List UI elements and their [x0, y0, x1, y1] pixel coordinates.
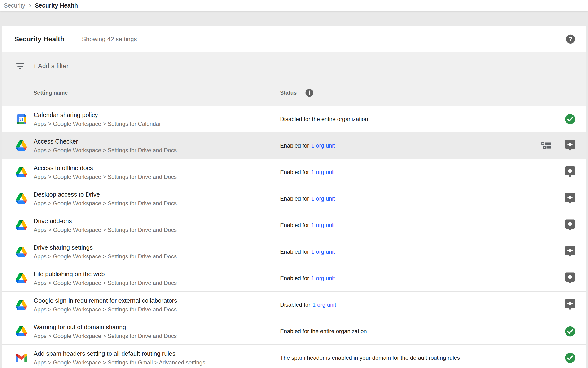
setting-name: Add spam headers setting to all default … — [34, 349, 205, 358]
status-column-label: Status — [280, 90, 297, 96]
filter-list-icon — [16, 63, 24, 70]
setting-name: Access Checker — [34, 137, 177, 146]
status-text: Enabled for — [280, 222, 309, 229]
setting-cell: Drive sharing settings Apps > Google Wor… — [34, 243, 177, 260]
setting-path: Apps > Google Workspace > Settings for C… — [34, 120, 161, 128]
status-text: Enabled for — [280, 195, 309, 202]
ou-distribution-icon — [541, 142, 551, 149]
row-trailing-cell — [565, 114, 575, 124]
setting-cell: Add spam headers setting to all default … — [34, 349, 205, 366]
table-header-row: Setting name Status — [2, 80, 586, 106]
setting-cell: Warning for out of domain sharing Apps >… — [34, 323, 177, 340]
status-cell: Enabled for 1 org unit — [280, 142, 335, 149]
recommendation-icon[interactable] — [565, 140, 575, 152]
setting-name: Desktop access to Drive — [34, 190, 177, 199]
setting-cell: Drive add-ons Apps > Google Workspace > … — [34, 217, 177, 234]
org-unit-link[interactable]: 1 org unit — [311, 169, 335, 175]
row-trailing-cell — [565, 272, 575, 284]
setting-path: Apps > Google Workspace > Settings for G… — [34, 359, 205, 366]
app-icon-cell: 31 — [15, 113, 27, 125]
app-icon-cell: 31 — [15, 166, 27, 178]
app-icon-cell: 31 — [15, 272, 27, 284]
setting-path: Apps > Google Workspace > Settings for D… — [34, 332, 177, 340]
table-row[interactable]: 31 Drive sharing settings — [2, 239, 586, 265]
status-ok-icon — [565, 352, 575, 363]
row-trailing-cell — [565, 326, 575, 337]
filter-and-header-zone: + Add a filter Setting name Status — [2, 52, 586, 106]
app-icon-cell: 31 — [15, 352, 27, 364]
google-drive-icon — [16, 140, 27, 151]
status-text: Enabled for the entire organization — [280, 328, 367, 335]
table-row[interactable]: 31 Access to offline docs — [2, 159, 586, 185]
setting-path: Apps > Google Workspace > Settings for D… — [34, 306, 177, 313]
help-icon: ? — [566, 34, 575, 44]
row-trailing-cell — [565, 140, 575, 152]
title-divider — [73, 35, 73, 43]
table-row[interactable]: 31 Access Checker Ap — [2, 132, 586, 159]
google-drive-icon — [16, 273, 27, 283]
status-cell: Enabled for 1 org unit — [280, 248, 335, 255]
status-text: Enabled for — [280, 248, 309, 255]
status-cell: Enabled for 1 org unit — [280, 222, 335, 229]
org-unit-link[interactable]: 1 org unit — [311, 195, 335, 202]
setting-path: Apps > Google Workspace > Settings for D… — [34, 226, 177, 234]
setting-path: Apps > Google Workspace > Settings for D… — [34, 147, 177, 154]
setting-path: Apps > Google Workspace > Settings for D… — [34, 279, 177, 287]
recommendation-icon[interactable] — [565, 246, 575, 258]
status-cell: Enabled for 1 org unit — [280, 275, 335, 282]
table-row[interactable]: 31 Calendar sharing policy — [2, 106, 586, 132]
google-drive-icon — [16, 220, 27, 230]
add-filter-button[interactable]: + Add a filter — [33, 63, 69, 70]
status-ok-icon — [565, 326, 575, 337]
setting-name: Access to offline docs — [34, 164, 177, 172]
status-ok-icon — [565, 114, 575, 124]
column-header-setting-name: Setting name — [34, 90, 68, 96]
help-button[interactable]: ? — [566, 34, 575, 44]
app-icon-cell: 31 — [15, 246, 27, 258]
info-icon[interactable] — [305, 89, 314, 97]
org-unit-link[interactable]: 1 org unit — [311, 142, 335, 149]
page-title: Security Health — [14, 35, 64, 43]
app-icon-cell: 31 — [15, 219, 27, 231]
recommendation-icon[interactable] — [565, 219, 575, 231]
google-drive-icon — [16, 167, 27, 177]
status-text: Enabled for — [280, 275, 309, 282]
setting-cell: Google sign-in requirement for external … — [34, 296, 177, 313]
google-drive-icon — [16, 193, 27, 204]
status-cell: Enabled for the entire organization — [280, 328, 367, 335]
org-unit-link[interactable]: 1 org unit — [311, 222, 335, 229]
status-cell: Disabled for 1 org unit — [280, 302, 336, 308]
org-unit-link[interactable]: 1 org unit — [312, 302, 336, 308]
recommendation-icon[interactable] — [565, 193, 575, 205]
table-row[interactable]: 31 Add spam headers settin — [2, 345, 586, 368]
setting-path: Apps > Google Workspace > Settings for D… — [34, 253, 177, 260]
settings-count: Showing 42 settings — [82, 36, 137, 43]
filter-bar: + Add a filter — [2, 52, 586, 80]
google-drive-icon — [16, 247, 27, 257]
table-row[interactable]: 31 Warning for out of doma — [2, 318, 586, 345]
recommendation-icon[interactable] — [565, 299, 575, 311]
setting-name: Calendar sharing policy — [34, 110, 161, 119]
app-icon-cell: 31 — [15, 193, 27, 205]
status-cell: Enabled for 1 org unit — [280, 195, 335, 202]
setting-name: Warning for out of domain sharing — [34, 323, 177, 331]
setting-cell: Access to offline docs Apps > Google Wor… — [34, 164, 177, 181]
status-text: Enabled for — [280, 142, 309, 149]
setting-path: Apps > Google Workspace > Settings for D… — [34, 200, 177, 207]
app-icon-cell: 31 — [15, 325, 27, 337]
table-row[interactable]: 31 Drive add-ons App — [2, 212, 586, 239]
setting-name: File publishing on the web — [34, 270, 177, 278]
settings-list: 31 Calendar sharing policy — [2, 106, 586, 368]
card-header: Security Health Showing 42 settings ? — [2, 26, 586, 52]
org-unit-link[interactable]: 1 org unit — [311, 248, 335, 255]
google-drive-icon — [16, 300, 27, 310]
breadcrumb: Security › Security Health — [0, 0, 588, 11]
setting-name: Drive add-ons — [34, 217, 177, 225]
org-unit-link[interactable]: 1 org unit — [311, 275, 335, 282]
recommendation-icon[interactable] — [565, 166, 575, 178]
breadcrumb-parent-link[interactable]: Security — [4, 2, 25, 9]
table-row[interactable]: 31 Google sign-in requirem — [2, 292, 586, 318]
recommendation-icon[interactable] — [565, 272, 575, 284]
table-row[interactable]: 31 File publishing on the — [2, 265, 586, 292]
table-row[interactable]: 31 Desktop access to Drive — [2, 185, 586, 212]
